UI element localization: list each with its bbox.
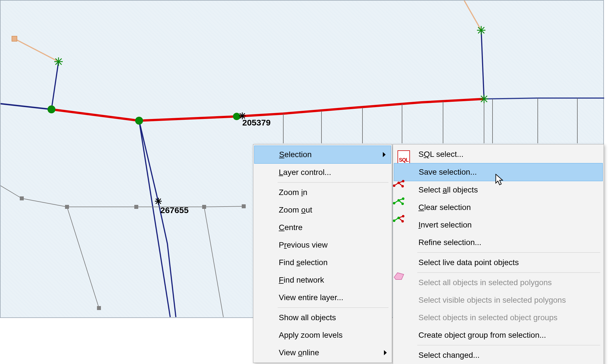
svg-line-15 [22,198,67,207]
red-icon [393,177,405,186]
menu-item-apply-zoom-levels[interactable]: Apply zoom levels [253,326,392,344]
menu-item-layer-control[interactable]: Layer control... [253,164,392,181]
svg-point-64 [401,203,404,205]
menu-separator [278,307,388,308]
svg-rect-22 [65,205,69,209]
svg-line-18 [204,206,244,207]
svg-rect-23 [134,205,138,209]
svg-point-30 [233,113,240,120]
svg-marker-72 [394,273,404,280]
context-menu[interactable]: SelectionLayer control...Zoom inZoom out… [253,144,392,363]
submenu-item-invert-selection[interactable]: Invert selection [393,216,604,234]
submenu-item-select-all-objects-in-selected-polygons: Select all objects in selected polygons [393,274,604,291]
menu-separator [278,182,388,183]
svg-rect-25 [242,204,246,208]
selection-submenu[interactable]: SQL select...Save selection...Select all… [393,144,604,364]
menu-item-view-online[interactable]: View online [253,344,392,361]
menu-separator [417,252,600,253]
svg-line-1 [464,1,481,30]
svg-line-13 [139,121,170,317]
svg-rect-21 [20,196,24,200]
menu-separator [417,272,600,273]
submenu-item-sql-select[interactable]: SQL select... [393,146,604,163]
svg-point-71 [401,220,404,222]
svg-rect-24 [202,205,206,209]
submenu-arrow-icon [383,152,386,157]
svg-line-0 [14,39,59,62]
poly-icon [393,269,405,278]
submenu-item-select-changed[interactable]: Select changed... [393,346,604,364]
svg-point-29 [135,117,143,125]
svg-point-56 [402,180,404,182]
menu-item-zoom-in[interactable]: Zoom in [253,184,392,201]
menu-item-previous-view[interactable]: Previous view [253,236,392,254]
green-icon [393,194,405,203]
svg-line-14 [1,186,22,198]
svg-point-70 [402,215,404,217]
svg-point-54 [393,185,395,187]
submenu-item-save-selection[interactable]: Save selection... [394,163,603,181]
submenu-arrow-icon [384,350,387,355]
menu-item-selection[interactable]: Selection [254,146,391,164]
svg-point-57 [401,185,404,187]
mix-icon [393,212,405,221]
svg-point-61 [393,202,395,204]
svg-rect-26 [97,306,101,310]
submenu-item-clear-selection[interactable]: Clear selection [393,199,604,216]
menu-item-zoom-out[interactable]: Zoom out [253,201,392,219]
menu-item-find-network[interactable]: Find network [253,271,392,289]
submenu-item-select-objects-in-selected-object-groups: Select objects in selected object groups [393,309,604,326]
menu-item-centre[interactable]: Centre [253,219,392,236]
svg-line-2 [51,62,59,109]
menu-item-view-entire-layer[interactable]: View entire layer... [253,289,392,306]
menu-separator [417,345,600,345]
submenu-item-select-all-objects[interactable]: Select all objects [393,181,604,199]
svg-point-68 [393,220,395,222]
svg-rect-27 [12,36,17,41]
menu-item-show-all-objects[interactable]: Show all objects [253,309,392,326]
submenu-item-select-visible-objects-in-selected-polygons: Select visible objects in selected polyg… [393,291,604,309]
submenu-item-create-object-group-from-selection[interactable]: Create object group from selection... [393,326,604,344]
map-node-label-1: 205379 [242,118,271,127]
submenu-item-select-live-data-point-objects[interactable]: Select live data point objects [393,254,604,271]
svg-point-62 [398,199,400,201]
svg-point-63 [402,198,404,200]
svg-point-69 [398,217,400,219]
menu-item-find-selection[interactable]: Find selection [253,254,392,271]
svg-line-20 [204,207,223,317]
svg-line-3 [481,30,484,99]
svg-point-55 [398,182,400,184]
map-node-label-2: 267655 [160,205,189,215]
svg-point-28 [47,105,55,113]
sql-icon [398,150,410,159]
submenu-item-refine-selection[interactable]: Refine selection... [393,234,604,251]
svg-line-19 [67,207,99,308]
